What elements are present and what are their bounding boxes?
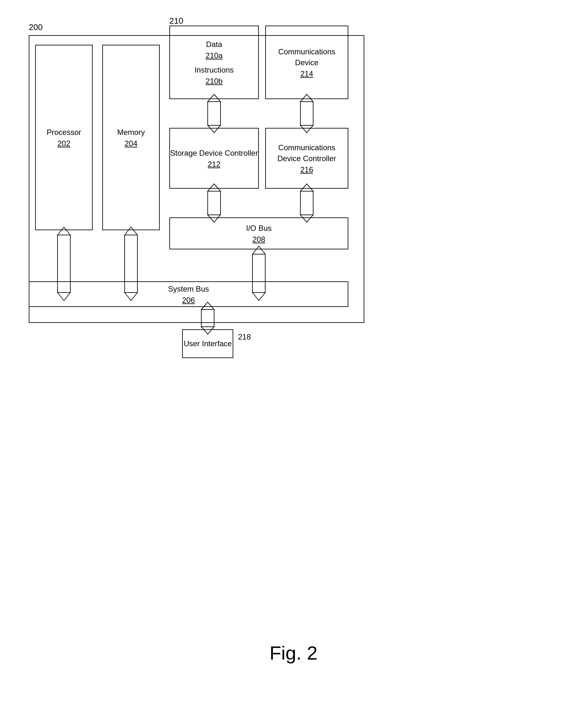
processor-box: Processor 202 bbox=[35, 45, 93, 230]
label-200: 200 bbox=[29, 22, 43, 32]
comm-device-ref: 214 bbox=[300, 69, 313, 78]
io-bus-box: I/O Bus 208 bbox=[169, 218, 348, 249]
processor-label: Processor bbox=[47, 127, 81, 138]
storage-ctrl-ref: 212 bbox=[208, 160, 220, 169]
processor-ref: 202 bbox=[57, 139, 70, 148]
ui-box: User Interface bbox=[182, 329, 233, 358]
comm-ctrl-ref: 216 bbox=[300, 165, 313, 174]
sys-bus-ref: 206 bbox=[182, 296, 195, 305]
memory-label: Memory bbox=[117, 127, 145, 138]
io-bus-ref: 208 bbox=[253, 235, 265, 244]
memory-box: Memory 204 bbox=[102, 45, 160, 230]
data-ref: 210a bbox=[206, 51, 222, 60]
memory-ref: 204 bbox=[125, 139, 137, 148]
data-instructions-box: Data 210a Instructions 210b bbox=[169, 26, 259, 99]
instructions-label: Instructions bbox=[195, 65, 234, 75]
label-218: 218 bbox=[238, 333, 251, 341]
diagram: 200 210 Processor 202 Memory 204 Data 21… bbox=[26, 19, 377, 403]
comm-ctrl-label: Communications Device Controller bbox=[266, 142, 348, 164]
data-label: Data bbox=[206, 39, 222, 50]
storage-ctrl-box: Storage Device Controller 212 bbox=[169, 128, 259, 189]
io-bus-label: I/O Bus bbox=[246, 223, 272, 234]
ui-label: User Interface bbox=[184, 338, 232, 349]
sys-bus-box: System Bus 206 bbox=[29, 281, 348, 307]
comm-device-label: Communications Device bbox=[266, 46, 348, 68]
storage-ctrl-label: Storage Device Controller bbox=[170, 148, 258, 159]
comm-device-box: Communications Device 214 bbox=[265, 26, 348, 99]
label-210: 210 bbox=[169, 16, 183, 26]
comm-ctrl-box: Communications Device Controller 216 bbox=[265, 128, 348, 189]
figure-label: Fig. 2 bbox=[269, 642, 317, 664]
sys-bus-label: System Bus bbox=[168, 283, 209, 294]
instructions-ref: 210b bbox=[206, 77, 222, 86]
